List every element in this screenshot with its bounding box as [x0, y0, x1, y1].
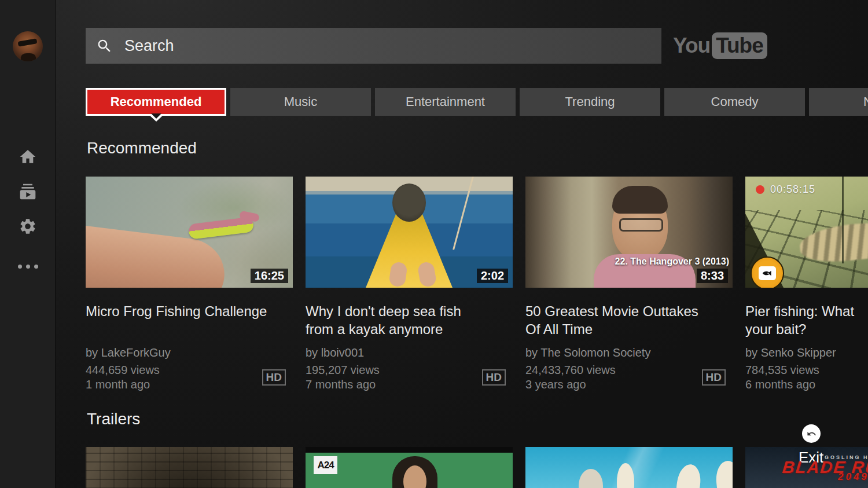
thumbnail-caption: 22. The Hangover 3 (2013)	[615, 256, 729, 267]
trailers-row: A24 Exit GOSLING HARR BLADE RUN 2049	[86, 447, 868, 488]
video-channel: by lboiv001	[306, 346, 513, 359]
recommended-row: 16:25 Micro Frog Fishing Challenge by La…	[86, 177, 868, 391]
user-avatar[interactable]	[13, 31, 43, 61]
tab-label: News	[863, 94, 868, 109]
tab-comedy[interactable]: Comedy	[664, 88, 805, 116]
video-title: 50 Greatest Movie Outtakes Of All Time	[525, 302, 733, 346]
sidebar-item-home[interactable]	[19, 148, 37, 166]
tab-music[interactable]: Music	[230, 88, 371, 116]
tab-label: Trending	[565, 94, 615, 109]
video-card[interactable]: 22. The Hangover 3 (2013) 8:33 50 Greate…	[525, 177, 733, 391]
tab-label: Entertainment	[406, 94, 485, 109]
video-thumbnail: 2:02	[306, 177, 513, 288]
gear-icon	[19, 228, 37, 237]
hd-badge: HD	[262, 369, 286, 386]
logo-tube: Tube	[712, 32, 767, 59]
tab-label: Recommended	[111, 94, 202, 109]
studio-badge: A24	[314, 456, 337, 474]
video-views: 784,535 views	[745, 363, 868, 377]
duration-badge: 8:33	[697, 269, 728, 283]
tab-news[interactable]: News	[809, 88, 868, 116]
video-card[interactable]: 16:25 Micro Frog Fishing Challenge by La…	[86, 177, 293, 391]
youtube-logo: YouTube	[673, 32, 767, 59]
tab-label: Comedy	[711, 94, 759, 109]
video-title: Pier fishing: What your bait?	[745, 302, 868, 346]
sidebar-item-more[interactable]	[18, 262, 39, 271]
channel-logo	[751, 256, 784, 288]
tab-recommended[interactable]: Recommended	[86, 88, 226, 116]
video-thumbnail: 16:25	[86, 177, 293, 288]
actor-figure	[392, 456, 437, 488]
duration-badge: 2:02	[477, 269, 508, 283]
search-input[interactable]	[123, 36, 646, 56]
video-thumbnail: 00:58:15	[745, 177, 868, 288]
hd-badge: HD	[482, 369, 506, 386]
search-bar[interactable]	[86, 28, 661, 64]
video-card[interactable]: 2:02 Why I don't deep sea fish from a ka…	[306, 177, 513, 391]
back-button[interactable]	[802, 424, 821, 443]
main-content: YouTube Recommended Music Entertainment …	[86, 0, 868, 488]
video-thumbnail: 22. The Hangover 3 (2013) 8:33	[525, 177, 733, 288]
video-channel: by Senko Skipper	[745, 346, 868, 359]
record-time: 00:58:15	[770, 184, 815, 196]
video-card[interactable]: 00:58:15 Pier fishing: What your bait? b…	[745, 177, 868, 391]
video-channel: by LakeForkGuy	[86, 346, 293, 359]
section-title-recommended: Recommended	[87, 139, 197, 157]
home-icon	[19, 158, 37, 168]
video-title: Why I don't deep sea fish from a kayak a…	[306, 302, 513, 346]
video-title: Micro Frog Fishing Challenge	[86, 302, 293, 346]
hd-badge: HD	[702, 369, 726, 386]
recording-indicator: 00:58:15	[756, 184, 815, 196]
selected-tab-pointer	[148, 114, 164, 122]
video-age: 6 months ago	[745, 377, 868, 391]
logo-you: You	[673, 34, 710, 58]
tab-entertainment[interactable]: Entertainment	[375, 88, 516, 116]
video-channel: by The Solomon Society	[525, 346, 733, 359]
more-icon	[18, 265, 38, 269]
category-tabs: Recommended Music Entertainment Trending…	[86, 88, 868, 116]
sidebar-item-settings[interactable]	[19, 217, 37, 236]
sidebar	[0, 0, 56, 488]
back-arrow-icon	[807, 429, 816, 439]
trailer-card[interactable]: A24	[306, 447, 513, 488]
fish-icon	[762, 269, 773, 277]
tab-label: Music	[284, 94, 317, 109]
trailer-card[interactable]	[86, 447, 293, 488]
section-title-trailers: Trailers	[87, 410, 140, 428]
search-icon	[96, 38, 113, 54]
trailer-card[interactable]	[525, 447, 733, 488]
trailer-card[interactable]: Exit GOSLING HARR BLADE RUN 2049	[745, 447, 868, 488]
duration-badge: 16:25	[251, 269, 288, 283]
subscriptions-icon	[19, 193, 37, 203]
tab-trending[interactable]: Trending	[520, 88, 660, 116]
movie-year-text: 2049	[838, 471, 868, 483]
record-dot-icon	[756, 185, 764, 194]
sidebar-item-subscriptions[interactable]	[19, 182, 37, 201]
